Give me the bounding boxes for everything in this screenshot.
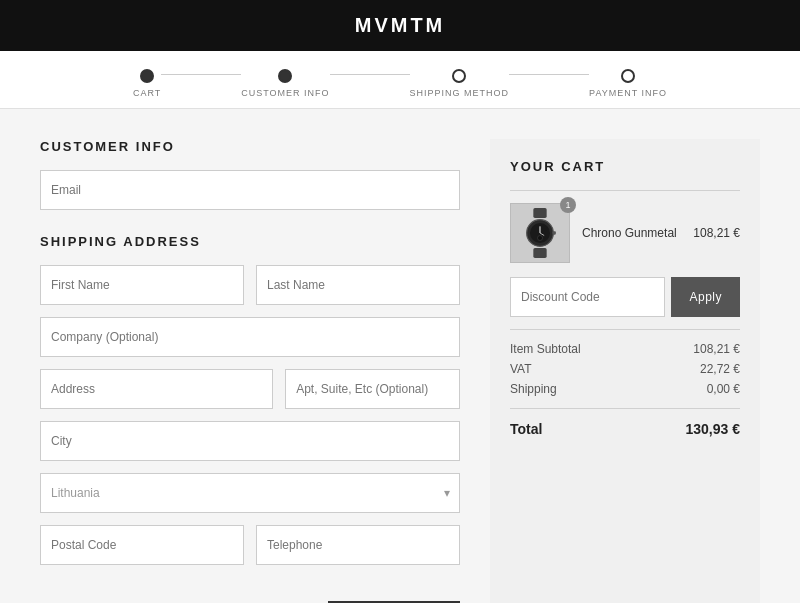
step-circle-payment: [621, 69, 635, 83]
svg-rect-1: [533, 248, 546, 258]
country-select-wrapper: Lithuania: [40, 473, 460, 513]
main-content: CUSTOMER INFO SHIPPING ADDRESS: [20, 139, 780, 603]
shipping-address-section: SHIPPING ADDRESS: [40, 234, 460, 577]
last-name-group: [256, 265, 460, 305]
vat-value: 22,72 €: [700, 362, 740, 376]
left-column: CUSTOMER INFO SHIPPING ADDRESS: [40, 139, 460, 603]
total-label: Total: [510, 421, 542, 437]
address-group: [40, 369, 273, 409]
total-row: Total 130,93 €: [510, 421, 740, 437]
company-field[interactable]: [40, 317, 460, 357]
city-group: [40, 421, 460, 461]
last-name-field[interactable]: [256, 265, 460, 305]
address-field[interactable]: [40, 369, 273, 409]
first-name-field[interactable]: [40, 265, 244, 305]
cart-panel: YOUR CART: [490, 139, 760, 603]
postal-group: [40, 525, 244, 565]
cart-item-info: Chrono Gunmetal: [582, 226, 681, 240]
step-shipping-method: SHIPPING METHOD: [410, 69, 510, 98]
first-name-group: [40, 265, 244, 305]
shipping-label: Shipping: [510, 382, 557, 396]
step-circle-shipping: [452, 69, 466, 83]
email-group: [40, 170, 460, 210]
step-label-shipping: SHIPPING METHOD: [410, 88, 510, 98]
postal-tel-row: [40, 525, 460, 577]
telephone-field[interactable]: [256, 525, 460, 565]
cart-item-quantity-badge: 1: [560, 197, 576, 213]
subtotal-value: 108,21 €: [693, 342, 740, 356]
step-customer-info: CUSTOMER INFO: [241, 69, 329, 98]
discount-code-input[interactable]: [510, 277, 665, 317]
name-row: [40, 265, 460, 317]
step-cart: CART: [133, 69, 161, 98]
watch-icon: [515, 208, 565, 258]
apt-field[interactable]: [285, 369, 460, 409]
discount-row: Apply: [510, 277, 740, 317]
step-circle-cart: [140, 69, 154, 83]
logo: MVMTM: [355, 14, 446, 36]
email-field[interactable]: [40, 170, 460, 210]
company-group: [40, 317, 460, 357]
shipping-value: 0,00 €: [707, 382, 740, 396]
shipping-row: Shipping 0,00 €: [510, 382, 740, 396]
progress-bar: CART CUSTOMER INFO SHIPPING METHOD PAYME…: [0, 51, 800, 109]
cart-divider-bottom: [510, 408, 740, 409]
step-line-1: [161, 74, 241, 75]
svg-rect-0: [533, 208, 546, 218]
cart-title: YOUR CART: [510, 159, 740, 174]
country-group: Lithuania: [40, 473, 460, 513]
cart-item: 1 Chrono Gunmetal 108,21 €: [510, 203, 740, 263]
step-circle-customer: [278, 69, 292, 83]
customer-info-title: CUSTOMER INFO: [40, 139, 460, 154]
step-line-2: [330, 74, 410, 75]
cart-divider-top: [510, 190, 740, 191]
apt-group: [285, 369, 460, 409]
step-line-3: [509, 74, 589, 75]
customer-info-section: CUSTOMER INFO: [40, 139, 460, 210]
vat-row: VAT 22,72 €: [510, 362, 740, 376]
step-payment-info: PAYMENT INFO: [589, 69, 667, 98]
cart-item-image-wrap: 1: [510, 203, 570, 263]
subtotal-label: Item Subtotal: [510, 342, 581, 356]
apply-button[interactable]: Apply: [671, 277, 740, 317]
cart-item-name: Chrono Gunmetal: [582, 226, 681, 240]
postal-field[interactable]: [40, 525, 244, 565]
site-header: MVMTM: [0, 0, 800, 51]
vat-label: VAT: [510, 362, 532, 376]
svg-point-6: [538, 236, 543, 241]
address-row: [40, 369, 460, 421]
cart-item-image: [510, 203, 570, 263]
step-label-payment: PAYMENT INFO: [589, 88, 667, 98]
telephone-group: [256, 525, 460, 565]
step-label-customer: CUSTOMER INFO: [241, 88, 329, 98]
subtotal-row: Item Subtotal 108,21 €: [510, 342, 740, 356]
shipping-address-title: SHIPPING ADDRESS: [40, 234, 460, 249]
total-value: 130,93 €: [686, 421, 741, 437]
svg-rect-7: [553, 231, 556, 234]
country-select[interactable]: Lithuania: [40, 473, 460, 513]
cart-item-price: 108,21 €: [693, 226, 740, 240]
city-field[interactable]: [40, 421, 460, 461]
step-label-cart: CART: [133, 88, 161, 98]
cart-divider-mid: [510, 329, 740, 330]
